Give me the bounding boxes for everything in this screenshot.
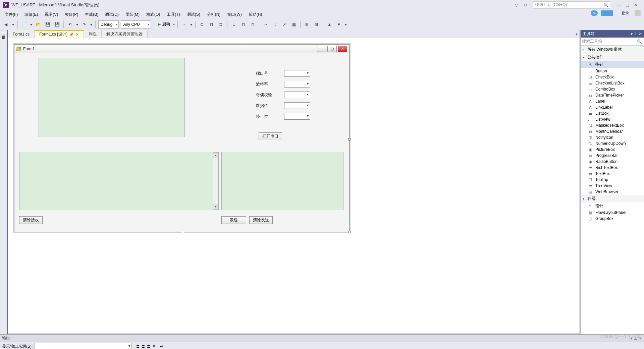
menu-视图[interactable]: 视图(V) [42, 11, 61, 18]
save-button[interactable]: 💾 [43, 20, 52, 29]
center-h-icon[interactable]: ⊞ [303, 20, 311, 29]
toolbox-item-radiobutton[interactable]: ◉RadioButton [581, 159, 644, 165]
align-middle-icon[interactable]: ⊓ [239, 20, 248, 29]
output-btn-3[interactable]: ≣ [147, 344, 150, 349]
field-combo-1[interactable] [284, 81, 310, 88]
grid-icon[interactable]: ▦ [289, 20, 298, 29]
toolbox-item-listview[interactable]: ⋮⋮ListView [581, 116, 644, 122]
designer-canvas[interactable]: Form1 — ▢ ✕ ▴ ▾ [8, 38, 580, 334]
toolbox-item-datetimepicker[interactable]: ☷DateTimePicker [581, 92, 644, 98]
maximize-button[interactable]: ▢ [626, 3, 629, 7]
redo-button[interactable]: ↷ [80, 20, 89, 29]
toolbox-item-numericupdown[interactable]: ⇅NumericUpDown [581, 140, 644, 147]
form-window[interactable]: Form1 — ▢ ✕ ▴ ▾ [14, 44, 350, 232]
toolbox-search-input[interactable]: 搜索工具箱 🔍 [581, 38, 644, 46]
toolbox-item-checkedlistbox[interactable]: ☰CheckedListBox [581, 80, 644, 86]
toolbox-item-button[interactable]: ▭Button [581, 68, 644, 74]
menu-生成[interactable]: 生成(B) [82, 11, 101, 18]
output-btn-2[interactable]: ≣ [142, 344, 145, 349]
menu-帮助[interactable]: 帮助(H) [246, 11, 265, 18]
more-drop[interactable]: ▾ [344, 20, 348, 29]
hspace-icon[interactable]: ↔ [261, 20, 270, 29]
open-file-button[interactable]: 📂 [34, 20, 43, 29]
toolbox-item-listbox[interactable]: ☰ListBox [581, 110, 644, 116]
textbox-top[interactable] [39, 58, 185, 137]
align-right-icon[interactable]: ⊐ [216, 20, 225, 29]
toolbox-item-treeview[interactable]: ≣TreeView [581, 183, 644, 189]
menu-文件[interactable]: 文件(F) [2, 11, 20, 18]
send-button[interactable]: 发送 [221, 216, 246, 224]
bring-front-icon[interactable]: ▲ [325, 20, 334, 29]
send-back-icon[interactable]: ▼ [334, 20, 343, 29]
data-sources-tab[interactable]: 数据源 [0, 30, 7, 35]
scrollbar[interactable]: ▴ ▾ [213, 152, 219, 210]
clear-recv-button[interactable]: 清除接收 [19, 216, 43, 224]
notifications-icon[interactable]: ▽ [512, 1, 520, 9]
output-btn-1[interactable]: ≣ [136, 344, 140, 349]
toolbox-item-指针[interactable]: ↖指针 [581, 61, 644, 68]
output-source-dropdown[interactable] [35, 343, 132, 349]
field-combo-4[interactable] [284, 113, 310, 120]
nav-forward-button[interactable]: ▾ [11, 20, 15, 29]
center-v-icon[interactable]: ⊟ [312, 20, 321, 29]
textbox-bottom-right[interactable] [221, 152, 343, 210]
output-wrap-icon[interactable]: ↩ [160, 344, 163, 349]
menu-工具[interactable]: 工具(T) [164, 11, 182, 18]
layout-btn-1[interactable]: ▫ [180, 20, 189, 29]
toolbox-group-2[interactable]: ▾容器 [581, 195, 644, 202]
nav-back-button[interactable]: ◀ [1, 20, 10, 29]
avatar[interactable] [635, 10, 641, 16]
new-drop[interactable]: ▾ [29, 20, 33, 29]
open-port-button[interactable]: 打开串口 [259, 132, 282, 140]
field-combo-0[interactable] [284, 70, 310, 77]
size-icon[interactable]: ⤢ [280, 20, 289, 29]
panel-close-icon[interactable]: ✕ [639, 32, 642, 36]
menu-调试[interactable]: 调试(D) [102, 11, 121, 18]
textbox-bottom-left[interactable]: ▴ ▾ [19, 152, 213, 210]
toolbox-item-tooltip[interactable]: ☐ToolTip [581, 177, 644, 183]
doc-tab-0[interactable]: Form1.cs [8, 30, 35, 38]
toolbox-item-flowlayoutpanel[interactable]: ▦FlowLayoutPanel [581, 210, 644, 216]
vspace-icon[interactable]: ↕ [271, 20, 279, 29]
cloud-badge[interactable] [601, 10, 613, 16]
toolbox-item-groupbox[interactable]: ▢GroupBox [581, 216, 644, 222]
align-center-icon[interactable]: ⊓ [207, 20, 216, 29]
new-project-button[interactable]: 📄 [20, 20, 29, 29]
toolbox-item-指针[interactable]: ↖指针 [581, 202, 644, 210]
scroll-up-icon[interactable]: ▴ [213, 153, 218, 158]
toolbox-tree[interactable]: ▸所有 Windows 窗体▾公共控件↖指针▭Button☑CheckBox☰C… [581, 46, 644, 334]
panel-options-icon[interactable]: ▾ [631, 32, 633, 36]
align-left-icon[interactable]: ⊏ [198, 20, 206, 29]
config-dropdown[interactable]: Debug [98, 20, 119, 28]
resize-handle-corner[interactable] [348, 231, 351, 233]
form-maximize-button[interactable]: ▢ [327, 46, 337, 52]
panel-pin-icon[interactable]: ⊥ [634, 32, 637, 36]
menu-项目[interactable]: 项目(P) [62, 11, 81, 18]
scroll-down-icon[interactable]: ▾ [213, 204, 218, 210]
align-bottom-icon[interactable]: ⊓ [248, 20, 257, 29]
close-icon[interactable]: ✕ [75, 32, 79, 37]
redo-drop[interactable]: ▾ [89, 20, 93, 29]
resize-handle-right[interactable] [348, 138, 351, 140]
tab-overflow-button[interactable]: ▾ [574, 30, 580, 38]
toolbox-item-maskedtextbox[interactable]: (.)MaskedTextBox [581, 122, 644, 128]
toolbox-item-notifyicon[interactable]: ◫NotifyIcon [581, 134, 644, 140]
start-debug-button[interactable]: ▶ 启动 [156, 20, 175, 28]
doc-tab-2[interactable]: 属性 [84, 30, 102, 38]
doc-tab-1[interactable]: Form1.cs [设计]📌✕ [35, 30, 84, 38]
toolbox-item-checkbox[interactable]: ☑CheckBox [581, 74, 644, 80]
feedback-icon[interactable]: ☺ [522, 1, 530, 9]
toolbox-item-textbox[interactable]: ▭TextBox [581, 171, 644, 177]
toolbox-group-0[interactable]: ▸所有 Windows 窗体 [581, 46, 644, 53]
toolbox-item-label[interactable]: ALabel [581, 98, 644, 104]
field-combo-2[interactable] [284, 92, 310, 98]
quick-launch-input[interactable]: 快速启动 (Ctrl+Q) 🔍 [533, 1, 610, 9]
toolbox-item-webbrowser[interactable]: ▤WebBrowser [581, 189, 644, 195]
close-button[interactable]: ✕ [634, 3, 637, 7]
menu-测试[interactable]: 测试(S) [184, 11, 203, 18]
form-close-button[interactable]: ✕ [338, 46, 347, 52]
align-top-icon[interactable]: ⊔ [229, 20, 238, 29]
save-all-button[interactable]: 💾 [53, 20, 61, 29]
cloud-icon[interactable]: ∞ [591, 10, 598, 16]
output-btn-4[interactable]: ✕ [152, 344, 156, 349]
